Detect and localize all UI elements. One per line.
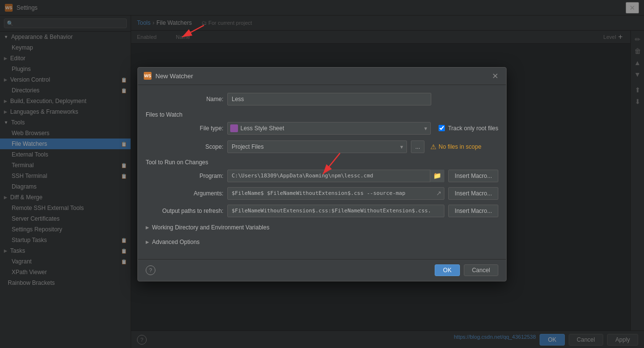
track-only-label: Track only root files xyxy=(448,125,498,132)
name-row: Name: xyxy=(146,93,498,105)
warning-icon: ⚠ xyxy=(430,143,437,151)
footer-left: ? xyxy=(146,265,155,275)
scope-row: Scope: Project Files ▼ ... ⚠ xyxy=(146,140,498,153)
tool-section: Tool to Run on Changes Program: 📁 Insert… xyxy=(146,159,498,233)
scope-label: Scope: xyxy=(146,143,223,150)
scope-browse-button[interactable]: ... xyxy=(411,140,424,153)
arguments-input[interactable] xyxy=(227,187,444,200)
advanced-options-label: Advanced Options xyxy=(152,239,200,245)
main-window: WS Settings ✕ 🔍 ▼ Appearance & Behavior … xyxy=(0,0,644,348)
less-file-icon xyxy=(230,124,238,132)
modal-ok-button[interactable]: OK xyxy=(435,264,459,276)
modal-title: New Watcher xyxy=(155,72,193,80)
output-row: Output paths to refresh: Insert Macro... xyxy=(146,205,498,217)
track-only-checkbox-wrapper: Track only root files xyxy=(439,125,498,132)
output-input[interactable] xyxy=(227,205,444,217)
new-watcher-dialog: WS New Watcher ✕ Name: Files to Watch xyxy=(137,67,507,281)
program-row: Program: 📁 Insert Macro... xyxy=(146,170,498,182)
arguments-row: Arguments: ↗ Insert Macro... xyxy=(146,187,498,200)
expand-triangle-icon: ▶ xyxy=(146,225,149,230)
modal-overlay: WS New Watcher ✕ Name: Files to Watch xyxy=(0,0,644,348)
modal-title-left: WS New Watcher xyxy=(144,72,193,80)
file-type-label: File type: xyxy=(146,125,223,132)
modal-help-button[interactable]: ? xyxy=(146,265,155,275)
insert-macro-2-button[interactable]: Insert Macro... xyxy=(448,187,498,200)
no-files-warning: ⚠ No files in scope xyxy=(430,143,481,151)
modal-cancel-button[interactable]: Cancel xyxy=(464,264,498,276)
no-files-text: No files in scope xyxy=(439,143,481,150)
output-input-wrapper xyxy=(227,205,444,217)
footer-right: OK Cancel xyxy=(435,264,498,276)
tool-section-title: Tool to Run on Changes xyxy=(146,159,498,166)
advanced-expand-triangle-icon: ▶ xyxy=(146,240,149,244)
files-to-watch-section: Files to Watch File type: Less Style She… xyxy=(146,111,498,153)
track-only-checkbox[interactable] xyxy=(439,125,445,131)
program-input-wrapper: 📁 xyxy=(227,170,444,182)
program-input[interactable] xyxy=(227,170,444,182)
modal-footer: ? OK Cancel xyxy=(138,259,506,281)
working-dir-expand[interactable]: ▶ Working Directory and Environment Vari… xyxy=(146,222,498,233)
modal-title-bar: WS New Watcher ✕ xyxy=(138,68,506,85)
modal-close-button[interactable]: ✕ xyxy=(490,71,500,81)
scope-select-wrapper: Project Files ▼ xyxy=(227,140,407,153)
arguments-input-wrapper: ↗ xyxy=(227,187,444,200)
program-label: Program: xyxy=(146,173,223,179)
name-input[interactable] xyxy=(227,93,431,105)
arguments-browse-button[interactable]: ↗ xyxy=(433,187,444,200)
file-type-select-wrapper: Less Style Sheet ▼ xyxy=(227,122,431,135)
scope-select[interactable]: Project Files xyxy=(227,140,407,153)
insert-macro-3-button[interactable]: Insert Macro... xyxy=(448,205,498,217)
working-dir-label: Working Directory and Environment Variab… xyxy=(152,224,270,231)
scope-select-inner: Project Files ▼ xyxy=(227,140,407,153)
output-label: Output paths to refresh: xyxy=(146,208,223,214)
advanced-options-expand[interactable]: ▶ Advanced Options xyxy=(146,237,498,247)
modal-body: Name: Files to Watch File type: Less Sty… xyxy=(138,85,506,259)
arguments-label: Arguments: xyxy=(146,190,223,197)
files-to-watch-title: Files to Watch xyxy=(146,111,498,118)
file-type-select[interactable]: Less Style Sheet xyxy=(227,122,431,135)
program-browse-button[interactable]: 📁 xyxy=(430,170,444,182)
insert-macro-1-button[interactable]: Insert Macro... xyxy=(448,170,498,182)
file-type-row: File type: Less Style Sheet ▼ Track only… xyxy=(146,122,498,135)
name-label: Name: xyxy=(146,96,223,103)
modal-app-icon: WS xyxy=(144,72,152,80)
